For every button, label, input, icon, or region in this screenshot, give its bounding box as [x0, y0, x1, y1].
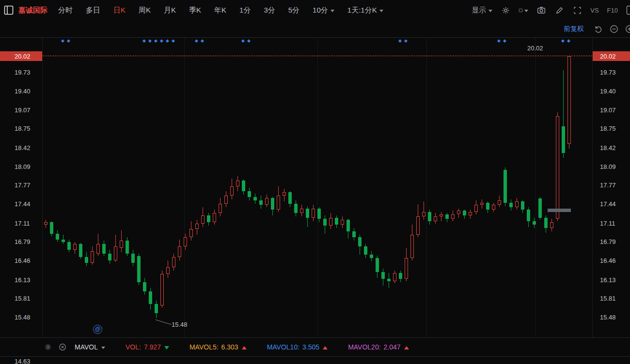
event-marker-icon[interactable]: ◆ — [561, 38, 565, 43]
tab-5min[interactable]: 5分 — [288, 6, 299, 15]
candle — [96, 244, 100, 253]
tab-quarterly-k[interactable]: 季K — [189, 6, 201, 15]
candle — [474, 205, 478, 212]
event-marker-icon[interactable]: ◆ — [148, 38, 152, 43]
candle — [294, 204, 298, 213]
event-marker-icon[interactable]: ◆ — [67, 38, 70, 43]
display-dropdown[interactable]: 显示 — [472, 6, 492, 15]
candle — [416, 216, 420, 235]
mavol10-label: MAVOL10: — [267, 343, 299, 351]
chevron-down-icon — [488, 10, 492, 12]
candle — [480, 203, 484, 205]
price-tick: 16.79 — [600, 238, 616, 245]
candle — [376, 258, 379, 272]
tab-3min[interactable]: 3分 — [264, 6, 275, 15]
chart-layout-dropdown[interactable] — [519, 5, 528, 15]
tab-monthly-k[interactable]: 月K — [164, 6, 176, 15]
price-tick: 18.09 — [600, 163, 616, 170]
candle — [224, 196, 228, 204]
pencil-icon[interactable] — [554, 5, 564, 15]
chevron-down-icon[interactable] — [101, 347, 105, 349]
price-tick: 19.07 — [600, 106, 616, 114]
tab-yearly-k[interactable]: 年K — [214, 6, 226, 15]
candle — [265, 198, 268, 205]
price-tick: 17.44 — [600, 200, 616, 208]
candle — [242, 181, 245, 191]
event-marker-icon[interactable]: ◆ — [241, 38, 245, 43]
gear-icon[interactable] — [501, 5, 510, 15]
candle — [288, 192, 292, 204]
vs-button[interactable]: VS — [590, 7, 598, 14]
f10-button[interactable]: F10 — [607, 7, 618, 14]
stock-name[interactable]: 嘉诚国际 — [18, 6, 47, 15]
price-tick: 16.46 — [600, 257, 616, 264]
event-marker-icon[interactable]: ◆ — [404, 38, 408, 43]
tab-daily-k[interactable]: 日K — [113, 6, 126, 15]
fullscreen-icon[interactable] — [572, 5, 582, 15]
indicator-settings-gear-icon[interactable] — [44, 343, 52, 351]
price-adjustment-toggle[interactable]: 前复权 — [564, 25, 584, 33]
candle — [230, 186, 234, 196]
event-marker-icon[interactable]: ◆ — [172, 38, 175, 43]
candle — [393, 273, 396, 281]
candle — [131, 254, 135, 263]
tab-multi-day[interactable]: 多日 — [86, 6, 100, 15]
candle — [248, 191, 251, 197]
vertical-gridline — [426, 38, 427, 337]
candle — [469, 212, 472, 215]
tab-10min-dropdown[interactable]: 10分 — [313, 6, 334, 15]
candle-wick — [424, 201, 424, 220]
candle — [184, 237, 187, 246]
price-tick: 19.73 — [600, 69, 616, 76]
event-marker-icon[interactable]: ◆ — [160, 38, 163, 43]
event-marker-icon[interactable]: ◆ — [247, 38, 251, 43]
high-price-annotation: 20.02 — [527, 45, 543, 52]
candle — [533, 221, 536, 225]
candle — [44, 222, 47, 225]
vol-value: 7.927 — [144, 343, 161, 351]
vertical-gridline — [184, 38, 185, 337]
event-marker-icon[interactable]: ◆ — [398, 38, 402, 43]
app-logo-icon[interactable] — [4, 5, 14, 15]
tab-minute-chart[interactable]: 分时 — [58, 6, 73, 15]
candle — [567, 56, 571, 144]
event-marker-icon[interactable]: ◆ — [201, 38, 204, 43]
candle — [422, 212, 425, 217]
price-tick: 16.79 — [15, 238, 31, 245]
undo-icon[interactable] — [594, 24, 603, 34]
event-marker-icon[interactable]: ◆ — [166, 38, 169, 43]
candle — [300, 209, 303, 213]
indicator-name-selector[interactable]: MAVOL — [75, 343, 98, 351]
event-marker-icon[interactable]: ◆ — [195, 38, 198, 43]
event-marker-icon[interactable]: ◆ — [497, 38, 501, 43]
event-marker-icon[interactable]: ◆ — [154, 38, 158, 43]
candle — [550, 222, 553, 228]
tab-1min[interactable]: 1分 — [239, 6, 251, 15]
triangle-up-icon — [242, 346, 247, 349]
zoom-in-icon[interactable] — [625, 24, 630, 34]
candle — [358, 237, 362, 246]
event-marker-icon[interactable]: ◆ — [61, 38, 64, 43]
candle — [352, 231, 356, 237]
price-tick: 16.46 — [15, 257, 31, 264]
tab-custom-period-dropdown[interactable]: 1天:1分K — [347, 6, 383, 15]
candle — [341, 220, 344, 225]
event-marker-icon[interactable]: ◆ — [567, 38, 570, 43]
event-marker-icon[interactable]: ◆ — [503, 38, 506, 43]
event-marker-icon[interactable]: ◆ — [142, 38, 146, 43]
plot-area[interactable]: 20.02 15.48 @ ◆◆◆◆◆◆◆◆◆◆◆◆◆◆◆◆◆◆ — [43, 38, 592, 337]
candle — [504, 170, 507, 203]
indicator-close-icon[interactable] — [58, 343, 67, 351]
camera-icon[interactable] — [536, 5, 546, 15]
candle — [120, 241, 123, 247]
candle — [509, 203, 513, 208]
candle — [410, 235, 414, 258]
zoom-out-icon[interactable] — [609, 24, 619, 34]
tab-weekly-k[interactable]: 周K — [139, 6, 151, 15]
candle — [85, 257, 88, 263]
side-panel-icon[interactable] — [626, 5, 630, 15]
candle — [213, 213, 216, 222]
vertical-gridline — [317, 38, 318, 337]
mention-at-icon[interactable]: @ — [93, 325, 102, 334]
candle — [236, 181, 239, 186]
